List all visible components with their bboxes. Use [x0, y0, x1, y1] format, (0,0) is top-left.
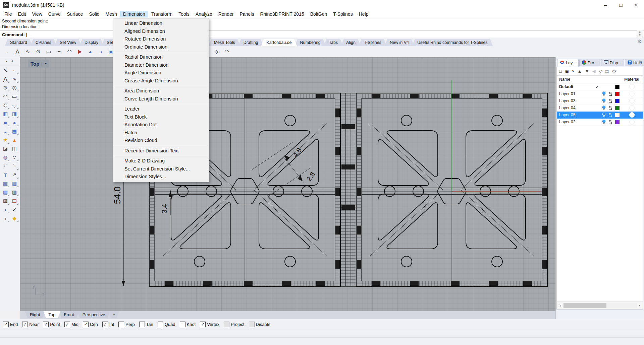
menu-curve[interactable]: Curve	[45, 11, 64, 17]
scroll-right-icon[interactable]: ›	[637, 303, 642, 308]
viewport-tab-right[interactable]: Right	[25, 311, 45, 318]
polygon-tool-icon[interactable]: ◇	[1, 101, 10, 110]
move-tool-icon[interactable]: ↗	[10, 170, 19, 179]
rebuild-curve-icon[interactable]: ◝	[10, 162, 19, 170]
menu-solid[interactable]: Solid	[86, 11, 102, 17]
new-layer-icon[interactable]: □	[559, 69, 562, 74]
menu-edit[interactable]: Edit	[15, 11, 29, 17]
menu-dimension[interactable]: Dimension	[120, 11, 148, 17]
panel-tab-pro[interactable]: Pro...	[579, 59, 600, 66]
shade-tool-icon[interactable]: ◗	[1, 214, 10, 223]
menu-item-angle-dimension[interactable]: Angle Dimension	[113, 69, 209, 77]
sphere-icon[interactable]: ◕	[87, 49, 94, 55]
scroll-down-icon[interactable]: ▼	[637, 33, 643, 37]
worker-icon[interactable]: ▶	[76, 49, 84, 55]
osnap-near[interactable]: ✓Near	[22, 322, 39, 327]
osnap-checkbox[interactable]	[158, 322, 163, 327]
toolbar-tab-set-view[interactable]: Set View	[54, 39, 82, 46]
osnap-checkbox[interactable]: ✓	[22, 322, 28, 327]
layer-row-layer-04[interactable]: Layer 04	[557, 105, 643, 112]
layer-visibility-bulb-icon[interactable]	[601, 120, 607, 125]
settings-icon[interactable]: ⚙	[612, 69, 616, 74]
polyline-icon[interactable]: ⋀	[14, 49, 21, 55]
point-icon[interactable]: ∙	[3, 49, 11, 55]
layer-color-swatch[interactable]	[615, 99, 620, 103]
osnap-disable[interactable]: Disable	[249, 322, 270, 327]
osnap-knot[interactable]: Knot	[180, 322, 196, 327]
layer-visibility-bulb-icon[interactable]	[601, 91, 607, 96]
scrollbar-track[interactable]	[563, 303, 637, 308]
solid-tool-icon[interactable]: ▩	[1, 188, 10, 197]
menu-item-crease-angle-dimension[interactable]: Crease Angle Dimension	[113, 77, 209, 85]
report-icon[interactable]: ▤	[605, 69, 609, 74]
tab-options-gear-icon[interactable]: ⚙	[638, 39, 642, 45]
explode-tool-icon[interactable]: ▲	[10, 136, 19, 144]
panel-tab-disp[interactable]: Disp...	[601, 59, 624, 66]
toolbar-tab-display[interactable]: Display	[79, 39, 104, 46]
rectangle-icon[interactable]: ▭	[45, 49, 52, 55]
osnap-checkbox[interactable]: ✓	[102, 322, 108, 327]
curve-icon[interactable]: ∿	[24, 49, 32, 55]
menu-item-revision-cloud[interactable]: Revision Cloud	[113, 137, 209, 145]
menu-item-linear-dimension[interactable]: Linear Dimension	[113, 19, 209, 27]
polyline-tool-icon[interactable]: ⋀	[1, 75, 10, 83]
osnap-int[interactable]: ✓Int	[102, 322, 114, 327]
linetype-icon[interactable]: ╌	[55, 49, 63, 55]
layer-lock-icon[interactable]	[607, 106, 613, 110]
layer-lock-icon[interactable]	[607, 99, 613, 103]
menu-item-recenter-dimension-text[interactable]: Recenter Dimension Text	[113, 147, 209, 155]
layer-visibility-bulb-icon[interactable]	[601, 98, 607, 104]
menu-help[interactable]: Help	[356, 11, 372, 17]
menu-analyze[interactable]: Analyze	[193, 11, 215, 17]
layer-row-layer-03[interactable]: Layer 03	[557, 97, 643, 105]
layer-material-circle[interactable]	[629, 119, 635, 125]
menu-item-aligned-dimension[interactable]: Aligned Dimension	[113, 27, 209, 36]
menu-panels[interactable]: Panels	[237, 11, 257, 17]
trim-tool-icon[interactable]: ◪	[1, 144, 10, 153]
osnap-vertex[interactable]: ✓Vertex	[200, 322, 219, 327]
pointer-icon[interactable]: ↖	[1, 66, 10, 75]
layer-material-circle[interactable]	[629, 91, 635, 96]
osnap-cen[interactable]: ✓Cen	[83, 322, 98, 327]
menu-item-make-2-d-drawing[interactable]: Make 2-D Drawing	[113, 157, 209, 165]
close-button[interactable]: ×	[629, 0, 644, 10]
point-tool-icon[interactable]: ∘	[10, 66, 19, 75]
viewport-tab-front[interactable]: Front	[59, 311, 79, 318]
layer-visibility-bulb-icon[interactable]	[601, 113, 607, 118]
menu-t-splines[interactable]: T-Splines	[330, 11, 356, 17]
group-tool-icon[interactable]: ▧	[1, 179, 10, 188]
delete-layer-icon[interactable]: ×	[572, 69, 575, 74]
layer-visibility-bulb-icon[interactable]	[601, 106, 607, 111]
menu-item-dimension-styles[interactable]: Dimension Styles...	[113, 173, 209, 181]
layer-material-circle[interactable]	[629, 98, 635, 104]
transform-tool-icon[interactable]: ▨	[10, 179, 19, 188]
command-scrollbar[interactable]: ▲ ▼	[637, 30, 643, 37]
menu-item-ordinate-dimension[interactable]: Ordinate Dimension	[113, 43, 209, 51]
menu-item-area-dimension[interactable]: Area Dimension	[113, 87, 209, 95]
adjust-curve-icon[interactable]: ◜	[1, 162, 10, 170]
menu-item-text-block[interactable]: Text Block	[113, 113, 209, 121]
menu-rhino3dprint-2015[interactable]: Rhino3DPRINT 2015	[257, 11, 307, 17]
dot-icon[interactable]: ▪	[6, 59, 8, 63]
osnap-checkbox[interactable]: ✓	[64, 322, 70, 327]
layer-color-swatch[interactable]	[615, 113, 620, 117]
arc-tool-icon[interactable]: ◠	[1, 92, 10, 101]
circle-tool-icon[interactable]: ⊙	[1, 83, 10, 92]
minimize-button[interactable]: –	[598, 0, 613, 10]
sphere-tool-icon[interactable]: ●	[10, 118, 19, 127]
layer-row-default[interactable]: Default✓	[557, 83, 643, 90]
ellipse-tool-icon[interactable]: ◎	[10, 83, 19, 92]
blend-tool-icon[interactable]: ◍	[1, 153, 10, 162]
panel-tab-lay[interactable]: Lay...	[557, 59, 579, 67]
viewport-title-menu[interactable]: Top ▼	[28, 60, 49, 68]
array-tool-icon[interactable]: ▦	[1, 197, 10, 205]
scroll-left-icon[interactable]: ‹	[558, 303, 563, 308]
curve-tool-icon[interactable]: ∿	[10, 75, 19, 83]
menu-item-curve-length-dimension[interactable]: Curve Length Dimension	[113, 95, 209, 103]
menu-item-annotation-dot[interactable]: Annotation Dot	[113, 121, 209, 129]
nodes-icon[interactable]: ⋏	[11, 59, 13, 63]
layer-name[interactable]: Layer 04	[557, 106, 594, 110]
cad-drawing[interactable]: 54.03.44.82.8yx	[20, 57, 555, 311]
layer-row-layer-02[interactable]: Layer 02	[557, 119, 643, 126]
osnap-quad[interactable]: Quad	[158, 322, 175, 327]
